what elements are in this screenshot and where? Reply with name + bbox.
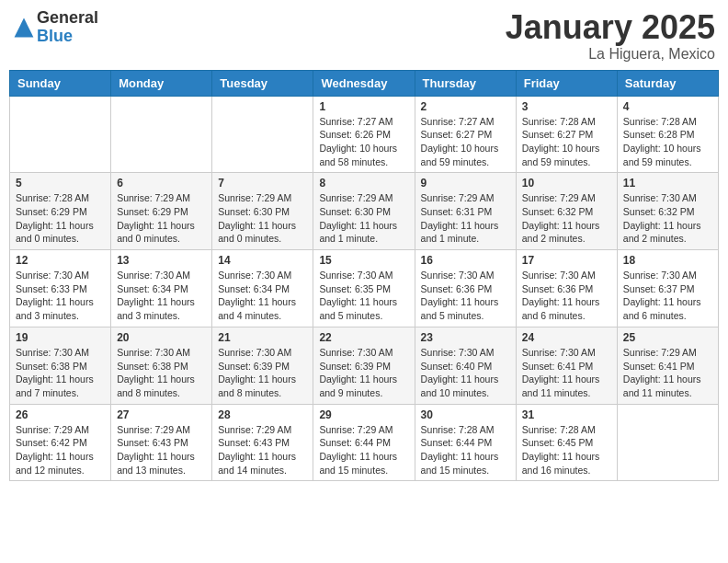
day-info: Sunrise: 7:30 AM Sunset: 6:36 PM Dayligh… bbox=[522, 269, 611, 323]
calendar-day-cell: 30Sunrise: 7:28 AM Sunset: 6:44 PM Dayli… bbox=[415, 404, 516, 481]
day-number: 8 bbox=[319, 177, 408, 190]
calendar-week-row: 1Sunrise: 7:27 AM Sunset: 6:26 PM Daylig… bbox=[10, 96, 719, 173]
day-number: 25 bbox=[623, 331, 712, 344]
day-number: 4 bbox=[623, 100, 712, 113]
day-number: 27 bbox=[117, 408, 206, 421]
day-info: Sunrise: 7:28 AM Sunset: 6:28 PM Dayligh… bbox=[623, 115, 712, 169]
day-number: 9 bbox=[421, 177, 510, 190]
calendar-day-cell bbox=[212, 96, 313, 173]
day-info: Sunrise: 7:29 AM Sunset: 6:43 PM Dayligh… bbox=[218, 423, 307, 477]
logo-blue: Blue bbox=[37, 28, 98, 46]
day-info: Sunrise: 7:29 AM Sunset: 6:31 PM Dayligh… bbox=[421, 191, 510, 246]
day-number: 18 bbox=[623, 254, 712, 267]
calendar-day-cell: 28Sunrise: 7:29 AM Sunset: 6:43 PM Dayli… bbox=[212, 404, 313, 481]
calendar-day-cell: 1Sunrise: 7:27 AM Sunset: 6:26 PM Daylig… bbox=[313, 96, 415, 173]
day-of-week-header: Monday bbox=[111, 70, 212, 96]
day-info: Sunrise: 7:28 AM Sunset: 6:29 PM Dayligh… bbox=[16, 191, 105, 246]
calendar-day-cell: 21Sunrise: 7:30 AM Sunset: 6:39 PM Dayli… bbox=[212, 327, 313, 404]
day-info: Sunrise: 7:29 AM Sunset: 6:43 PM Dayligh… bbox=[117, 423, 206, 477]
calendar-day-cell: 29Sunrise: 7:29 AM Sunset: 6:44 PM Dayli… bbox=[313, 404, 415, 481]
calendar-day-cell: 16Sunrise: 7:30 AM Sunset: 6:36 PM Dayli… bbox=[415, 250, 516, 327]
day-info: Sunrise: 7:29 AM Sunset: 6:44 PM Dayligh… bbox=[319, 423, 408, 477]
day-number: 21 bbox=[218, 331, 307, 344]
day-info: Sunrise: 7:27 AM Sunset: 6:27 PM Dayligh… bbox=[421, 115, 510, 169]
calendar-day-cell: 2Sunrise: 7:27 AM Sunset: 6:27 PM Daylig… bbox=[415, 96, 516, 173]
title-block: January 2025 La Higuera, Mexico bbox=[506, 9, 715, 63]
calendar-day-cell: 18Sunrise: 7:30 AM Sunset: 6:37 PM Dayli… bbox=[617, 250, 718, 327]
day-info: Sunrise: 7:29 AM Sunset: 6:29 PM Dayligh… bbox=[117, 191, 206, 246]
day-number: 14 bbox=[218, 254, 307, 267]
day-number: 10 bbox=[522, 177, 611, 190]
calendar-day-cell bbox=[111, 96, 212, 173]
day-info: Sunrise: 7:29 AM Sunset: 6:30 PM Dayligh… bbox=[319, 191, 408, 246]
logo: General Blue bbox=[13, 9, 98, 46]
calendar-header-row: SundayMondayTuesdayWednesdayThursdayFrid… bbox=[10, 70, 719, 96]
day-number: 17 bbox=[522, 254, 611, 267]
day-info: Sunrise: 7:27 AM Sunset: 6:26 PM Dayligh… bbox=[319, 115, 408, 169]
day-number: 30 bbox=[421, 408, 510, 421]
calendar-week-row: 19Sunrise: 7:30 AM Sunset: 6:38 PM Dayli… bbox=[10, 327, 719, 404]
calendar-day-cell: 25Sunrise: 7:29 AM Sunset: 6:41 PM Dayli… bbox=[617, 327, 718, 404]
calendar-day-cell bbox=[10, 96, 111, 173]
calendar-day-cell: 22Sunrise: 7:30 AM Sunset: 6:39 PM Dayli… bbox=[313, 327, 415, 404]
calendar-day-cell: 26Sunrise: 7:29 AM Sunset: 6:42 PM Dayli… bbox=[10, 404, 111, 481]
day-info: Sunrise: 7:30 AM Sunset: 6:41 PM Dayligh… bbox=[522, 346, 611, 400]
calendar-day-cell: 15Sunrise: 7:30 AM Sunset: 6:35 PM Dayli… bbox=[313, 250, 415, 327]
calendar-week-row: 12Sunrise: 7:30 AM Sunset: 6:33 PM Dayli… bbox=[10, 250, 719, 327]
day-of-week-header: Thursday bbox=[415, 70, 516, 96]
day-info: Sunrise: 7:30 AM Sunset: 6:34 PM Dayligh… bbox=[117, 269, 206, 323]
day-info: Sunrise: 7:30 AM Sunset: 6:33 PM Dayligh… bbox=[16, 269, 105, 323]
day-number: 5 bbox=[16, 177, 105, 190]
day-number: 11 bbox=[623, 177, 712, 190]
day-number: 31 bbox=[522, 408, 611, 421]
calendar-day-cell: 5Sunrise: 7:28 AM Sunset: 6:29 PM Daylig… bbox=[10, 173, 111, 250]
day-info: Sunrise: 7:30 AM Sunset: 6:35 PM Dayligh… bbox=[319, 269, 408, 323]
day-number: 1 bbox=[319, 100, 408, 113]
calendar-day-cell: 6Sunrise: 7:29 AM Sunset: 6:29 PM Daylig… bbox=[111, 173, 212, 250]
day-number: 6 bbox=[117, 177, 206, 190]
logo-icon bbox=[13, 17, 35, 39]
calendar-day-cell: 9Sunrise: 7:29 AM Sunset: 6:31 PM Daylig… bbox=[415, 173, 516, 250]
calendar-week-row: 5Sunrise: 7:28 AM Sunset: 6:29 PM Daylig… bbox=[10, 173, 719, 250]
calendar-day-cell: 27Sunrise: 7:29 AM Sunset: 6:43 PM Dayli… bbox=[111, 404, 212, 481]
calendar-day-cell: 20Sunrise: 7:30 AM Sunset: 6:38 PM Dayli… bbox=[111, 327, 212, 404]
day-number: 16 bbox=[421, 254, 510, 267]
day-info: Sunrise: 7:30 AM Sunset: 6:34 PM Dayligh… bbox=[218, 269, 307, 323]
calendar-day-cell: 11Sunrise: 7:30 AM Sunset: 6:32 PM Dayli… bbox=[617, 173, 718, 250]
day-info: Sunrise: 7:30 AM Sunset: 6:38 PM Dayligh… bbox=[117, 346, 206, 400]
day-number: 20 bbox=[117, 331, 206, 344]
day-number: 13 bbox=[117, 254, 206, 267]
day-number: 26 bbox=[16, 408, 105, 421]
day-number: 24 bbox=[522, 331, 611, 344]
day-of-week-header: Sunday bbox=[10, 70, 111, 96]
day-info: Sunrise: 7:29 AM Sunset: 6:32 PM Dayligh… bbox=[522, 191, 611, 246]
day-number: 23 bbox=[421, 331, 510, 344]
calendar-day-cell: 31Sunrise: 7:28 AM Sunset: 6:45 PM Dayli… bbox=[516, 404, 617, 481]
calendar-table: SundayMondayTuesdayWednesdayThursdayFrid… bbox=[9, 70, 719, 482]
calendar-day-cell: 19Sunrise: 7:30 AM Sunset: 6:38 PM Dayli… bbox=[10, 327, 111, 404]
calendar-day-cell: 7Sunrise: 7:29 AM Sunset: 6:30 PM Daylig… bbox=[212, 173, 313, 250]
day-info: Sunrise: 7:28 AM Sunset: 6:45 PM Dayligh… bbox=[522, 423, 611, 477]
day-info: Sunrise: 7:28 AM Sunset: 6:27 PM Dayligh… bbox=[522, 115, 611, 169]
day-number: 7 bbox=[218, 177, 307, 190]
day-number: 12 bbox=[16, 254, 105, 267]
calendar-day-cell: 14Sunrise: 7:30 AM Sunset: 6:34 PM Dayli… bbox=[212, 250, 313, 327]
day-number: 2 bbox=[421, 100, 510, 113]
month-title: January 2025 bbox=[506, 9, 715, 46]
day-info: Sunrise: 7:28 AM Sunset: 6:44 PM Dayligh… bbox=[421, 423, 510, 477]
day-number: 15 bbox=[319, 254, 408, 267]
day-number: 22 bbox=[319, 331, 408, 344]
calendar-day-cell: 12Sunrise: 7:30 AM Sunset: 6:33 PM Dayli… bbox=[10, 250, 111, 327]
calendar-day-cell: 24Sunrise: 7:30 AM Sunset: 6:41 PM Dayli… bbox=[516, 327, 617, 404]
day-info: Sunrise: 7:29 AM Sunset: 6:30 PM Dayligh… bbox=[218, 191, 307, 246]
day-of-week-header: Saturday bbox=[617, 70, 718, 96]
day-of-week-header: Tuesday bbox=[212, 70, 313, 96]
day-number: 28 bbox=[218, 408, 307, 421]
calendar-day-cell: 10Sunrise: 7:29 AM Sunset: 6:32 PM Dayli… bbox=[516, 173, 617, 250]
calendar-day-cell bbox=[617, 404, 718, 481]
day-info: Sunrise: 7:30 AM Sunset: 6:39 PM Dayligh… bbox=[218, 346, 307, 400]
day-info: Sunrise: 7:29 AM Sunset: 6:41 PM Dayligh… bbox=[623, 346, 712, 400]
calendar-day-cell: 17Sunrise: 7:30 AM Sunset: 6:36 PM Dayli… bbox=[516, 250, 617, 327]
day-info: Sunrise: 7:30 AM Sunset: 6:32 PM Dayligh… bbox=[623, 191, 712, 246]
calendar-day-cell: 13Sunrise: 7:30 AM Sunset: 6:34 PM Dayli… bbox=[111, 250, 212, 327]
